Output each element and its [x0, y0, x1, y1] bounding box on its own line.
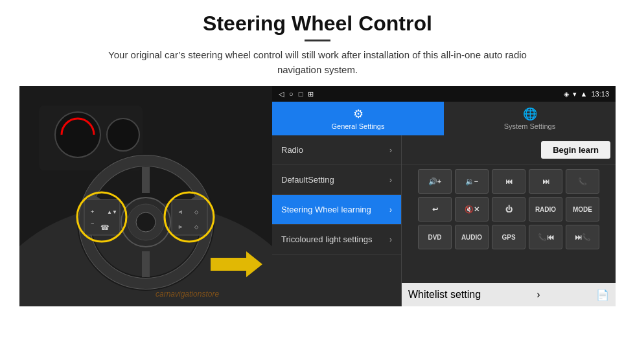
- tab-general-label: General Settings: [332, 122, 385, 130]
- location-icon: ◈: [564, 90, 569, 98]
- whitelist-label: Whitelist setting: [408, 289, 481, 301]
- svg-rect-20: [172, 199, 207, 235]
- clock: 13:13: [591, 90, 609, 98]
- android-tabs: ⚙ General Settings 🌐 System Settings: [272, 102, 616, 135]
- globe-icon: 🌐: [523, 107, 537, 121]
- chevron-icon: ›: [389, 205, 392, 214]
- gps-button[interactable]: GPS: [492, 225, 525, 249]
- call-icon: 📞: [578, 177, 587, 186]
- svg-text:◇: ◇: [194, 224, 199, 230]
- menu-item-default-setting[interactable]: DefaultSetting ›: [272, 165, 401, 195]
- signal-icon: ▾: [573, 90, 577, 98]
- hangup-button[interactable]: ↩: [418, 197, 452, 222]
- right-panel: Begin learn 🔊+ 🔉−: [402, 135, 616, 306]
- android-main-content: Radio › DefaultSetting › Steering Wheel …: [272, 135, 616, 306]
- tab-system-label: System Settings: [504, 122, 555, 130]
- chevron-icon: ›: [389, 146, 392, 155]
- begin-learn-row: Begin learn: [402, 135, 616, 165]
- menu-item-tricolour[interactable]: Tricoloured light settings ›: [272, 225, 401, 255]
- title-divider: [305, 40, 330, 41]
- vol-down-icon: 🔉−: [465, 177, 478, 186]
- svg-text:⊳: ⊳: [178, 224, 183, 230]
- tel-prev-button[interactable]: 📞⏮: [529, 225, 562, 249]
- menu-steering-label: Steering Wheel learning: [281, 205, 371, 214]
- content-row: + − ▲▼ ☎ ⊲ ◇ ⊳ ◇: [19, 86, 616, 306]
- status-right: ◈ ▾ ▲ 13:13: [564, 90, 609, 98]
- mute-button[interactable]: 🔇✕: [455, 197, 489, 222]
- page-title: Steering Wheel Control: [203, 12, 432, 36]
- status-bar: ◁ ○ □ ⊞ ◈ ▾ ▲ 13:13: [272, 86, 616, 102]
- begin-learn-button[interactable]: Begin learn: [541, 141, 610, 159]
- whitelist-bar: Whitelist setting › 📄: [402, 283, 616, 306]
- control-row-3: DVD AUDIO GPS 📞⏮: [406, 225, 612, 249]
- tab-general-settings[interactable]: ⚙ General Settings: [272, 102, 444, 135]
- whitelist-file-icon: 📄: [596, 289, 609, 301]
- audio-label: AUDIO: [461, 234, 482, 241]
- vol-up-button[interactable]: 🔊+: [418, 169, 452, 194]
- svg-text:⊲: ⊲: [178, 209, 183, 215]
- gear-icon: ⚙: [353, 107, 364, 121]
- status-nav-icons: ◁ ○ □ ⊞: [279, 90, 314, 98]
- svg-text:☎: ☎: [100, 223, 110, 231]
- chevron-icon: ›: [389, 235, 392, 244]
- back-icon: ◁: [279, 90, 284, 98]
- prev-icon: ⏮: [505, 177, 513, 185]
- svg-text:−: −: [91, 220, 94, 227]
- control-row-2: ↩ 🔇✕ ⏻ RADIO MO: [406, 197, 612, 222]
- tel-prev-icon: 📞⏮: [538, 233, 554, 242]
- vol-down-button[interactable]: 🔉−: [455, 169, 489, 194]
- radio-label: RADIO: [535, 206, 556, 213]
- menu-tricolour-label: Tricoloured light settings: [281, 234, 372, 244]
- mode-button[interactable]: MODE: [566, 197, 599, 222]
- menu-item-radio[interactable]: Radio ›: [272, 135, 401, 165]
- tel-next-icon: ⏭📞: [575, 233, 591, 242]
- prev-track-button[interactable]: ⏮: [492, 169, 525, 194]
- audio-button[interactable]: AUDIO: [455, 225, 489, 249]
- tel-next-button[interactable]: ⏭📞: [566, 225, 599, 249]
- next-icon: ⏭: [542, 177, 549, 185]
- car-image: + − ▲▼ ☎ ⊲ ◇ ⊳ ◇: [19, 86, 272, 306]
- menu-item-steering-wheel[interactable]: Steering Wheel learning ›: [272, 195, 401, 225]
- home-icon: ○: [289, 90, 294, 98]
- power-icon: ⏻: [505, 205, 513, 213]
- tab-system-settings[interactable]: 🌐 System Settings: [444, 102, 616, 135]
- svg-text:◇: ◇: [194, 209, 199, 215]
- recent-icon: □: [299, 90, 303, 98]
- power-button[interactable]: ⏻: [492, 197, 525, 222]
- wifi-icon: ▲: [581, 90, 588, 98]
- dvd-button[interactable]: DVD: [418, 225, 452, 249]
- svg-text:▲▼: ▲▼: [107, 209, 117, 215]
- chevron-icon: ›: [389, 176, 392, 185]
- mode-label: MODE: [573, 206, 592, 213]
- mute-icon: 🔇✕: [465, 205, 479, 214]
- vol-up-icon: 🔊+: [428, 177, 441, 186]
- svg-point-14: [136, 212, 156, 232]
- whitelist-chevron: ›: [537, 289, 540, 301]
- gps-label: GPS: [502, 234, 515, 241]
- control-row-1: 🔊+ 🔉− ⏮ ⏭ 📞: [406, 169, 612, 194]
- radio-button[interactable]: RADIO: [529, 197, 562, 222]
- menu-list: Radio › DefaultSetting › Steering Wheel …: [272, 135, 402, 306]
- hangup-icon: ↩: [432, 205, 438, 214]
- menu-radio-label: Radio: [281, 145, 303, 155]
- dvd-label: DVD: [428, 234, 441, 241]
- svg-text:+: +: [91, 209, 94, 215]
- android-ui: ◁ ○ □ ⊞ ◈ ▾ ▲ 13:13 ⚙ General Settings: [272, 86, 616, 306]
- menu-default-label: DefaultSetting: [281, 175, 334, 185]
- svg-text:carnavigationstore: carnavigationstore: [156, 290, 219, 299]
- call-button[interactable]: 📞: [566, 169, 599, 194]
- settings-icon: ⊞: [308, 90, 314, 98]
- control-grid: 🔊+ 🔉− ⏮ ⏭ 📞: [402, 165, 616, 283]
- next-track-button[interactable]: ⏭: [529, 169, 562, 194]
- page-subtitle: Your original car’s steering wheel contr…: [91, 48, 544, 77]
- svg-point-4: [107, 119, 139, 151]
